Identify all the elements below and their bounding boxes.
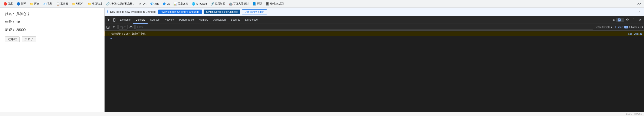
console-message-text: 我监听到了user.info的变化 bbox=[111, 32, 628, 36]
warning-icon: ⚠ bbox=[107, 32, 110, 36]
bookmark-appguard[interactable]: 🔗 应用加固 bbox=[209, 1, 227, 7]
tab-memory[interactable]: Memory bbox=[196, 16, 210, 24]
hidden-count: 2 hidden bbox=[629, 26, 639, 29]
bookmark-face[interactable]: 🤖 百度人脸识别 bbox=[227, 1, 250, 7]
console-toolbar-right: Default levels ▼ 1 Issue: 1 2 hidden ⚙ bbox=[594, 25, 643, 29]
face-icon: 🤖 bbox=[229, 2, 232, 5]
docs-icon: 📊 bbox=[174, 2, 177, 5]
bookmark-baidu[interactable]: 🔴 百度 bbox=[2, 1, 14, 7]
svg-point-1 bbox=[114, 21, 114, 21]
issue-label: 1 Issue: bbox=[614, 26, 624, 29]
cursor-tool-button[interactable] bbox=[106, 17, 112, 23]
salary-row: 薪资： 28000 bbox=[5, 28, 99, 32]
devtools-badge[interactable]: F 1 bbox=[616, 18, 624, 22]
settings-button[interactable]: ⚙ bbox=[624, 17, 630, 23]
bookmark-docs[interactable]: 📊 需求文档 bbox=[172, 1, 190, 7]
notification-bar: ℹ DevTools is now available in Chinese! … bbox=[104, 8, 644, 16]
bookmark-ui-label: UI组件 bbox=[76, 2, 84, 5]
devtools-close-button[interactable]: × bbox=[637, 17, 643, 23]
context-label: top bbox=[120, 26, 124, 29]
filter-input[interactable] bbox=[136, 25, 593, 29]
console-row-warn: ⚠ 我监听到了user.info的变化 app.vue:21 bbox=[104, 31, 644, 36]
toolbar-divider-1 bbox=[117, 25, 118, 29]
levels-arrow-icon: ▼ bbox=[610, 26, 612, 28]
bookmark-jira[interactable]: 💎 Jira bbox=[148, 1, 160, 7]
bookmark-translate-label: 翻译 bbox=[21, 2, 26, 5]
context-selector[interactable]: top ▼ bbox=[118, 25, 128, 29]
bookmark-prototype[interactable]: 📘 原型 bbox=[251, 1, 264, 7]
bookmark-jira-label: Jira bbox=[154, 2, 158, 5]
action-buttons: 过年啦 加薪了 bbox=[5, 36, 99, 42]
bookmark-appguard-label: 应用加固 bbox=[215, 2, 225, 5]
devtools-tab-bar: Elements Console Sources Network Perform… bbox=[104, 16, 644, 24]
console-expand-row[interactable]: ▶ bbox=[104, 36, 644, 40]
bookmark-zzapp-label: 郑州app原型 bbox=[270, 2, 284, 5]
tabs-overflow-button[interactable]: » bbox=[612, 18, 616, 22]
bookmark-json[interactable]: 🔗 JSON在线解析及格... bbox=[104, 1, 136, 7]
jira-icon: 💎 bbox=[150, 2, 154, 5]
more-icon: ⋮ bbox=[632, 18, 636, 22]
bookmarks-overflow-button[interactable]: >> bbox=[636, 1, 642, 6]
bookmark-baidu-label: 百度 bbox=[8, 2, 13, 5]
bookmark-translate[interactable]: 🔵 翻译 bbox=[15, 1, 28, 7]
tab-console[interactable]: Console bbox=[133, 16, 148, 24]
dont-show-again-button[interactable]: Don't show again bbox=[242, 9, 267, 14]
close-icon: × bbox=[639, 18, 641, 22]
lanzou-icon: 📋 bbox=[56, 2, 60, 5]
bookmarks-bar: 🔴 百度 🔵 翻译 📁 历史 📧 私邮 📋 蓝奏云 📁 UI组件 📁 项目地址 … bbox=[0, 0, 644, 8]
salary-value: 28000 bbox=[16, 28, 26, 32]
more-button[interactable]: ⋮ bbox=[631, 17, 637, 23]
mail-icon: 📧 bbox=[43, 2, 46, 5]
bookmark-bit-label: Bit bbox=[167, 2, 170, 5]
switch-to-chinese-button[interactable]: Switch DevTools to Chinese bbox=[204, 9, 240, 14]
bookmark-history-label: 历史 bbox=[34, 2, 39, 5]
log-levels-selector[interactable]: Default levels ▼ bbox=[594, 25, 613, 29]
history-icon: 📁 bbox=[30, 2, 33, 5]
console-toolbar: ⊘ top ▼ Default levels ▼ bbox=[104, 24, 644, 31]
age-value: 18 bbox=[16, 20, 20, 24]
bookmark-zzapp[interactable]: 📓 郑州app原型 bbox=[264, 1, 286, 7]
tab-network[interactable]: Network bbox=[162, 16, 176, 24]
issue-count-badge: 1 bbox=[624, 26, 628, 28]
bookmark-apicloud-label: APICloud bbox=[196, 2, 207, 5]
new-year-button[interactable]: 过年啦 bbox=[5, 36, 20, 42]
tab-application[interactable]: Application bbox=[210, 16, 228, 24]
bookmark-apicloud[interactable]: 🌐 APICloud bbox=[190, 1, 209, 7]
json-icon: 🔗 bbox=[106, 2, 110, 5]
execute-context-button[interactable] bbox=[106, 25, 110, 30]
salary-raise-button[interactable]: 加薪了 bbox=[22, 36, 36, 42]
bookmark-bit[interactable]: 🔷 Bit bbox=[161, 1, 172, 7]
bookmark-face-label: 百度人脸识别 bbox=[233, 2, 248, 5]
bookmark-ui[interactable]: 📁 UI组件 bbox=[70, 1, 86, 7]
bookmark-project[interactable]: 📁 项目地址 bbox=[86, 1, 104, 7]
bookmark-history[interactable]: 📁 历史 bbox=[28, 1, 41, 7]
badge-f-icon: F bbox=[618, 18, 620, 21]
translate-icon: 🔵 bbox=[16, 2, 20, 5]
issues-button[interactable]: 1 Issue: 1 bbox=[614, 26, 628, 29]
appguard-icon: 🔗 bbox=[210, 2, 214, 5]
always-match-language-button[interactable]: Always match Chrome's language bbox=[158, 9, 202, 14]
device-tool-button[interactable] bbox=[112, 17, 117, 23]
tab-elements[interactable]: Elements bbox=[117, 16, 133, 24]
name-row: 姓名： 几何心凉 bbox=[5, 12, 99, 16]
console-settings-icon[interactable]: ⚙ bbox=[640, 25, 643, 29]
tab-performance[interactable]: Performance bbox=[176, 16, 196, 24]
ui-icon: 📁 bbox=[72, 2, 76, 5]
devtools-right-controls: » F 1 ⚙ ⋮ × bbox=[612, 17, 643, 23]
expand-triangle-icon: ▶ bbox=[110, 37, 112, 39]
tab-lighthouse[interactable]: Lighthouse bbox=[242, 16, 260, 24]
tab-sources[interactable]: Sources bbox=[148, 16, 162, 24]
eye-button[interactable] bbox=[128, 25, 134, 30]
console-output: ⚠ 我监听到了user.info的变化 app.vue:21 ▶ bbox=[104, 31, 644, 112]
bookmark-oa[interactable]: ✴ OA bbox=[137, 1, 148, 7]
watermarks: CSDN ◎亿速云 bbox=[626, 113, 642, 116]
bit-icon: 🔷 bbox=[162, 2, 166, 5]
notification-close-button[interactable]: × bbox=[638, 10, 642, 14]
tab-security[interactable]: Security bbox=[228, 16, 242, 24]
clear-console-button[interactable]: ⊘ bbox=[112, 25, 116, 30]
bookmark-lanzou-label: 蓝奏云 bbox=[60, 2, 68, 5]
console-source-location[interactable]: app.vue:21 bbox=[628, 32, 642, 35]
bookmark-mail[interactable]: 📧 私邮 bbox=[41, 1, 54, 7]
bookmark-lanzou[interactable]: 📋 蓝奏云 bbox=[54, 1, 70, 7]
levels-label: Default levels bbox=[594, 26, 610, 29]
